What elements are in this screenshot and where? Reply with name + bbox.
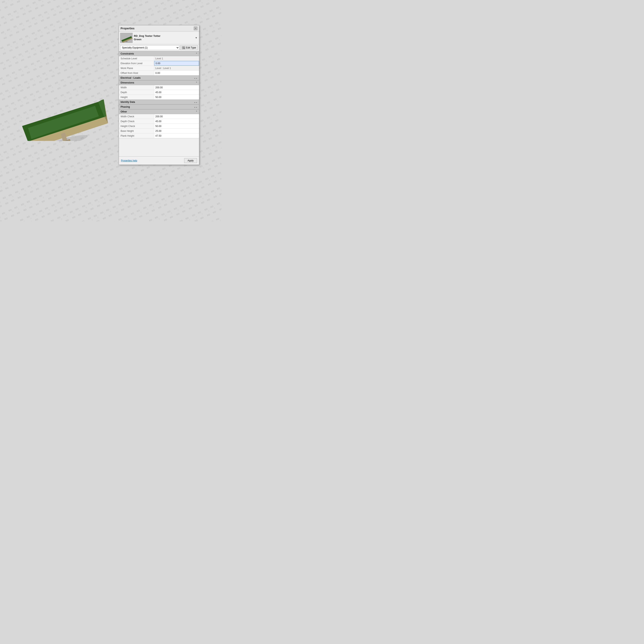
properties-panel: Properties × RD_Dog Teeter Totter Green … bbox=[119, 25, 199, 165]
elevation-from-level-input[interactable] bbox=[156, 62, 198, 65]
edit-type-label: Edit Type bbox=[186, 46, 196, 49]
prop-height-check: Height Check 50.00 bbox=[119, 124, 199, 129]
prop-depth-check: Depth Check 45.00 bbox=[119, 119, 199, 124]
prop-work-plane: Work Plane Level : Level 1 bbox=[119, 66, 199, 71]
prop-elevation-from-level[interactable]: Elevation from Level bbox=[119, 61, 199, 66]
prop-value-offset-from-host: 0.00 bbox=[154, 71, 199, 75]
prop-plank-height: Plank Height 47.50 bbox=[119, 133, 199, 138]
type-name: RD_Dog Teeter Totter Green bbox=[134, 34, 193, 41]
phasing-chevron: ⌄⌄ bbox=[194, 106, 197, 108]
prop-label-depth: Depth bbox=[119, 90, 154, 95]
other-chevron: ⌃ bbox=[196, 110, 197, 113]
category-select[interactable]: Specialty Equipment (1) bbox=[120, 45, 179, 50]
prop-value-elevation-from-level[interactable] bbox=[154, 61, 199, 66]
prop-value-height: 50.00 bbox=[154, 95, 199, 99]
prop-label-height-check: Height Check bbox=[119, 124, 154, 128]
close-icon: × bbox=[195, 27, 196, 30]
prop-value-base-height: 25.00 bbox=[154, 129, 199, 133]
svg-rect-24 bbox=[184, 46, 185, 48]
panel-footer: Properties help Apply bbox=[119, 156, 199, 165]
prop-value-plank-height: 47.50 bbox=[154, 133, 199, 138]
svg-point-22 bbox=[125, 41, 128, 42]
prop-label-schedule-level: Schedule Level bbox=[119, 56, 154, 61]
section-other[interactable]: Other ⌃ bbox=[119, 109, 199, 114]
other-label: Other bbox=[121, 110, 127, 113]
prop-label-plank-height: Plank Height bbox=[119, 133, 154, 138]
section-dimensions[interactable]: Dimensions ⌃ bbox=[119, 80, 199, 85]
section-constraints[interactable]: Constraints ⌃ bbox=[119, 51, 199, 56]
type-dropdown-icon: ▼ bbox=[195, 36, 198, 39]
panel-title: Properties bbox=[121, 27, 134, 30]
prop-height: Height 50.00 bbox=[119, 95, 199, 100]
prop-value-schedule-level: Level 1 bbox=[154, 56, 199, 61]
type-thumbnail bbox=[120, 33, 133, 43]
prop-label-offset-from-host: Offset from Host bbox=[119, 71, 154, 75]
apply-button[interactable]: Apply bbox=[184, 158, 197, 163]
properties-content: Constraints ⌃ Schedule Level Level 1 Ele… bbox=[119, 51, 199, 156]
electrical-loads-label: Electrical - Loads bbox=[121, 76, 140, 79]
prop-value-work-plane: Level : Level 1 bbox=[154, 66, 199, 70]
svg-rect-25 bbox=[182, 48, 183, 49]
phasing-label: Phasing bbox=[121, 105, 130, 108]
edit-type-icon bbox=[182, 46, 185, 49]
prop-value-width: 200.00 bbox=[154, 85, 199, 90]
panel-close-button[interactable]: × bbox=[194, 27, 197, 30]
prop-offset-from-host: Offset from Host 0.00 bbox=[119, 71, 199, 75]
prop-schedule-level: Schedule Level Level 1 bbox=[119, 56, 199, 61]
svg-rect-23 bbox=[182, 46, 183, 48]
dimensions-label: Dimensions bbox=[121, 81, 134, 84]
prop-label-work-plane: Work Plane bbox=[119, 66, 154, 70]
prop-base-height: Base Height 25.00 bbox=[119, 129, 199, 133]
prop-label-width-check: Width Check bbox=[119, 114, 154, 119]
prop-label-height: Height bbox=[119, 95, 154, 99]
identity-data-label: Identity Data bbox=[121, 101, 135, 103]
panel-titlebar: Properties × bbox=[119, 25, 199, 32]
prop-value-height-check: 50.00 bbox=[154, 124, 199, 128]
section-phasing[interactable]: Phasing ⌄⌄ bbox=[119, 104, 199, 109]
prop-value-width-check: 200.00 bbox=[154, 114, 199, 119]
constraints-chevron: ⌃ bbox=[196, 53, 197, 55]
prop-label-depth-check: Depth Check bbox=[119, 119, 154, 124]
section-identity-data[interactable]: Identity Data ⌄⌄ bbox=[119, 100, 199, 104]
constraints-label: Constraints bbox=[121, 52, 134, 55]
properties-help-link[interactable]: Properties help bbox=[121, 159, 137, 162]
prop-label-width: Width bbox=[119, 85, 154, 90]
type-selector-area: RD_Dog Teeter Totter Green ▼ bbox=[119, 32, 199, 44]
prop-width: Width 200.00 bbox=[119, 85, 199, 90]
empty-space bbox=[119, 138, 199, 156]
section-electrical-loads[interactable]: Electrical - Loads ⌄⌄ bbox=[119, 75, 199, 80]
edit-type-button[interactable]: Edit Type bbox=[180, 45, 198, 50]
prop-label-base-height: Base Height bbox=[119, 129, 154, 133]
electrical-loads-chevron: ⌄⌄ bbox=[194, 77, 197, 79]
selector-row: Specialty Equipment (1) Edit Type bbox=[119, 44, 199, 51]
prop-value-depth-check: 45.00 bbox=[154, 119, 199, 124]
identity-data-chevron: ⌄⌄ bbox=[194, 101, 197, 103]
dimensions-chevron: ⌃ bbox=[196, 82, 197, 84]
prop-width-check: Width Check 200.00 bbox=[119, 114, 199, 119]
prop-depth: Depth 45.00 bbox=[119, 90, 199, 95]
prop-value-depth: 45.00 bbox=[154, 90, 199, 95]
prop-label-elevation-from-level: Elevation from Level bbox=[119, 61, 154, 66]
3d-object-viewport bbox=[6, 64, 111, 149]
